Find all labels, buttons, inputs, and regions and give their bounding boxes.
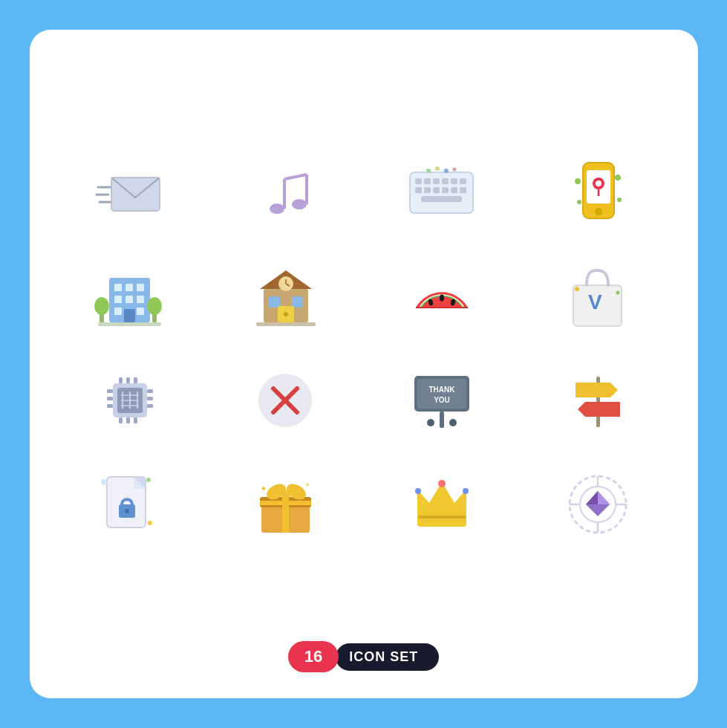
svg-point-33 (615, 175, 621, 181)
main-card: V (30, 30, 698, 698)
svg-rect-43 (125, 296, 133, 303)
svg-rect-83 (134, 417, 137, 423)
svg-rect-44 (137, 296, 144, 303)
svg-point-108 (101, 479, 107, 485)
gift-box-icon: ✦ ✦ (215, 464, 356, 545)
mobile-location-icon (527, 152, 668, 233)
svg-rect-59 (292, 296, 303, 308)
svg-point-32 (575, 178, 581, 184)
svg-rect-88 (147, 397, 153, 400)
svg-rect-85 (107, 397, 113, 400)
svg-rect-41 (137, 284, 144, 291)
svg-rect-114 (260, 501, 311, 505)
svg-rect-58 (269, 296, 280, 308)
svg-point-122 (438, 480, 446, 487)
close-circle-icon (215, 360, 356, 441)
svg-point-23 (426, 169, 431, 173)
svg-point-34 (577, 200, 581, 204)
svg-marker-134 (586, 491, 598, 504)
svg-rect-80 (134, 377, 137, 383)
svg-marker-101 (576, 383, 618, 397)
svg-rect-12 (433, 178, 440, 184)
svg-rect-22 (421, 196, 462, 202)
svg-rect-18 (433, 187, 440, 193)
post-office-icon (215, 256, 356, 337)
svg-rect-13 (442, 178, 449, 184)
badge-bar: 16 ICON SET (288, 637, 440, 676)
svg-rect-10 (415, 178, 422, 184)
shopping-bag-icon: V (527, 256, 668, 337)
svg-point-49 (94, 297, 109, 315)
svg-point-30 (596, 181, 602, 186)
svg-rect-40 (125, 284, 133, 291)
svg-rect-46 (137, 308, 144, 315)
svg-rect-97 (440, 412, 444, 428)
diamond-target-icon (527, 464, 668, 545)
svg-text:YOU: YOU (434, 396, 450, 404)
svg-point-99 (449, 419, 457, 426)
svg-rect-87 (147, 389, 153, 393)
svg-rect-19 (442, 187, 449, 193)
svg-text:✦: ✦ (260, 484, 267, 494)
cpu-chip-icon (59, 360, 201, 441)
svg-rect-37 (98, 322, 161, 326)
svg-rect-86 (107, 404, 113, 408)
svg-point-26 (453, 167, 457, 171)
svg-rect-82 (126, 417, 130, 423)
svg-point-63 (440, 295, 444, 302)
svg-point-25 (444, 169, 449, 173)
svg-point-24 (435, 166, 440, 171)
svg-marker-133 (598, 491, 610, 504)
svg-point-4 (270, 204, 284, 214)
direction-signs-icon (527, 360, 668, 441)
svg-point-117 (281, 490, 290, 499)
music-note-icon (215, 152, 356, 233)
svg-point-68 (575, 287, 579, 291)
svg-rect-21 (460, 187, 466, 193)
keyboard-icon (371, 152, 512, 233)
svg-rect-15 (460, 178, 466, 184)
svg-rect-52 (256, 322, 316, 326)
svg-rect-94 (417, 379, 466, 409)
locked-file-icon (59, 464, 201, 545)
thank-you-sign-icon: THANK YOU (371, 360, 512, 441)
svg-point-123 (415, 488, 421, 494)
svg-rect-125 (417, 516, 466, 519)
watermelon-icon (371, 256, 512, 337)
svg-text:✦: ✦ (304, 481, 310, 489)
svg-point-107 (125, 509, 129, 513)
svg-rect-20 (451, 187, 457, 193)
svg-text:THANK: THANK (428, 386, 455, 394)
svg-rect-39 (114, 284, 122, 291)
svg-point-109 (146, 478, 151, 482)
svg-rect-79 (126, 377, 130, 383)
svg-rect-84 (107, 389, 113, 393)
svg-text:V: V (588, 290, 602, 313)
svg-rect-47 (124, 309, 135, 322)
svg-rect-45 (114, 308, 122, 315)
svg-rect-81 (119, 417, 123, 423)
svg-point-36 (595, 208, 602, 215)
email-fast-icon (59, 152, 201, 233)
svg-point-35 (617, 198, 622, 202)
svg-point-51 (147, 297, 162, 315)
svg-point-98 (427, 419, 434, 426)
svg-rect-89 (147, 404, 153, 408)
svg-point-69 (616, 291, 620, 295)
building-icon (59, 256, 201, 337)
icons-grid: V (59, 59, 668, 637)
svg-point-124 (463, 488, 469, 494)
badge-label: ICON SET (336, 643, 439, 671)
svg-rect-11 (424, 178, 431, 184)
svg-rect-16 (415, 187, 422, 193)
crown-icon (371, 464, 512, 545)
svg-rect-14 (451, 178, 457, 184)
svg-rect-42 (114, 296, 122, 303)
badge-count: 16 (288, 641, 339, 672)
svg-rect-78 (119, 377, 123, 383)
svg-point-7 (292, 199, 307, 209)
svg-rect-17 (424, 187, 431, 193)
svg-marker-102 (578, 402, 620, 417)
svg-point-110 (148, 521, 152, 525)
svg-point-61 (284, 312, 288, 316)
